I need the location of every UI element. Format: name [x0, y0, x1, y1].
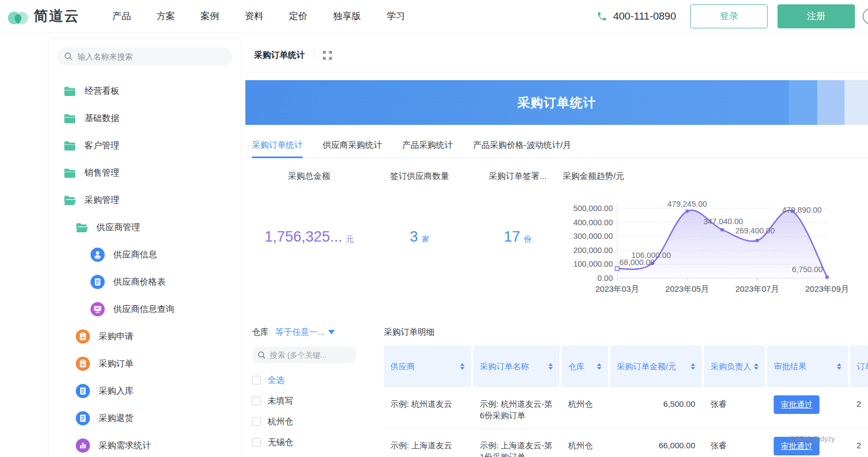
filter-operator-dropdown[interactable]: 等于任意一... [275, 326, 335, 338]
sidebar-search-input[interactable] [77, 52, 225, 61]
folder-icon [64, 114, 76, 123]
sidebar-item-8[interactable]: 供应商价格表 [49, 268, 241, 296]
sidebar-item-6[interactable]: 供应商管理 [49, 214, 241, 241]
trend-chart-block: 采购金额趋势/元 0.00100,000.00200,000.00300,000… [563, 170, 868, 301]
stat-value: 1,756,325... [264, 228, 342, 245]
sidebar-item-9[interactable]: 供应商信息查询 [49, 296, 241, 323]
checkbox[interactable] [252, 417, 261, 426]
search-icon [258, 351, 266, 359]
folder-icon [64, 87, 76, 96]
filter-option-label: 杭州仓 [268, 416, 293, 428]
filter-head: 仓库 等于任意一... [252, 326, 378, 338]
sidebar-item-10[interactable]: 采购申请 [49, 323, 241, 350]
sidebar-item-2[interactable]: 基础数据 [49, 105, 241, 132]
sidebar-item-5[interactable]: 采购管理 [49, 187, 241, 214]
checkbox[interactable] [252, 396, 261, 405]
column-header-1[interactable]: 供应商 [384, 346, 471, 387]
filter-search[interactable] [252, 346, 357, 363]
nav-menu-item-6[interactable]: 独享版 [333, 10, 361, 22]
stat-card-1: 采购总金额1,756,325...元 [252, 170, 366, 301]
approval-status-button[interactable]: 审批通过 [774, 437, 819, 455]
sort-icon[interactable] [834, 363, 841, 370]
sidebar-item-label: 销售管理 [85, 167, 119, 179]
tab-1[interactable]: 采购订单统计 [252, 139, 303, 158]
filter-option-1[interactable]: 全选 [252, 370, 378, 390]
sidebar-item-12[interactable]: 采购入库 [49, 377, 241, 405]
sidebar-item-14[interactable]: 采购需求统计 [49, 432, 241, 457]
column-header-7: 订单 [850, 346, 868, 387]
sidebar-item-label: 采购入库 [99, 386, 134, 397]
sort-icon[interactable] [688, 363, 695, 370]
banner-title: 采购订单统计 [517, 94, 596, 111]
app-tree: 经营看板基础数据客户管理销售管理采购管理供应商管理供应商信息供应商价格表供应商信… [49, 77, 241, 457]
banner: 采购订单统计 [245, 80, 868, 125]
nav-menu-item-5[interactable]: 定价 [289, 10, 308, 22]
filter-option-3[interactable]: 杭州仓 [252, 411, 378, 432]
tab-3[interactable]: 产品采购统计 [402, 139, 453, 158]
sort-icon[interactable] [457, 363, 465, 370]
phone-number: 400-111-0890 [596, 10, 676, 22]
sidebar-search[interactable] [57, 47, 232, 65]
svg-text:2023年05月: 2023年05月 [665, 284, 709, 293]
stat-label: 签订供应商数量 [366, 170, 473, 182]
logo[interactable]: 简道云 [7, 7, 80, 26]
cell-warehouse: 杭州仓 [562, 387, 608, 428]
column-header-3[interactable]: 仓库 [562, 346, 608, 387]
sidebar-item-7[interactable]: 供应商信息 [49, 241, 241, 268]
checkbox[interactable] [252, 438, 261, 447]
cell-amount: 66,000.00 [610, 429, 702, 457]
stats-row: 采购总金额1,756,325...元签订供应商数量3家采购订单签署...17份 … [245, 158, 868, 301]
trend-chart: 0.00100,000.00200,000.00300,000.00400,00… [563, 187, 868, 301]
sort-icon[interactable] [545, 363, 553, 370]
column-header-6[interactable]: 审批结果 [767, 346, 848, 387]
sidebar-item-3[interactable]: 客户管理 [49, 132, 241, 159]
stat-unit: 元 [346, 234, 354, 244]
column-header-4[interactable]: 采购订单金额/元 [610, 346, 702, 387]
cell-extra: 2 [850, 429, 868, 457]
svg-text:2023年07月: 2023年07月 [736, 284, 779, 293]
column-header-5[interactable]: 采购负责人 [704, 346, 765, 387]
table-header: 供应商采购订单名称仓库采购订单金额/元采购负责人审批结果订单 [384, 346, 868, 387]
nav-menu: 产品方案案例资料定价独享版学习 [112, 10, 405, 22]
stat-card-2: 签订供应商数量3家 [366, 170, 473, 301]
approval-status-button[interactable]: 审批通过 [774, 395, 819, 414]
login-button[interactable]: 登录 [690, 4, 768, 28]
svg-text:300,000.00: 300,000.00 [573, 232, 613, 240]
stat-card-3: 采购订单签署...17份 [473, 170, 563, 301]
svg-text:479,890.00: 479,890.00 [782, 206, 822, 214]
nav-menu-item-3[interactable]: 案例 [201, 10, 219, 22]
tab-2[interactable]: 供应商采购统计 [323, 139, 382, 158]
nav-menu-item-4[interactable]: 资料 [245, 10, 263, 22]
cell-order-name: 示例: 上海道友云-第1份采购订单 [473, 429, 559, 457]
sort-icon[interactable] [594, 363, 601, 370]
fullscreen-icon[interactable] [323, 51, 332, 60]
nav-menu-item-1[interactable]: 产品 [112, 10, 131, 22]
filter-search-input[interactable] [270, 351, 351, 359]
sidebar-item-11[interactable]: 采购订单 [49, 350, 241, 377]
sidebar-item-1[interactable]: 经营看板 [49, 77, 241, 105]
sidebar-item-4[interactable]: 销售管理 [49, 159, 241, 187]
sidebar-item-13[interactable]: 采购退货 [49, 405, 241, 432]
register-button[interactable]: 注册 [777, 4, 855, 28]
checkbox[interactable] [252, 376, 261, 384]
nav-right: 400-111-0890 登录 注册 [596, 4, 868, 28]
sort-icon[interactable] [751, 363, 758, 370]
cell-order-name: 示例: 杭州道友云-第6份采购订单 [473, 387, 559, 428]
svg-text:6,750.00: 6,750.00 [792, 265, 823, 274]
nav-menu-item-7[interactable]: 学习 [387, 10, 405, 22]
sidebar-item-label: 供应商价格表 [113, 276, 166, 288]
stat-unit: 份 [524, 234, 532, 244]
table-row-2: 示例: 上海道友云示例: 上海道友云-第1份采购订单杭州仓66,000.00张睿… [384, 429, 868, 457]
table-title: 采购订单明细 [384, 326, 868, 338]
cell-approval: 审批通过 [767, 387, 848, 428]
filter-option-4[interactable]: 无锡仓 [252, 432, 378, 453]
folder-icon [64, 141, 76, 151]
column-header-2[interactable]: 采购订单名称 [473, 346, 559, 387]
header-divider [314, 51, 314, 59]
tab-4[interactable]: 产品采购价格-波动统计/月 [473, 139, 571, 158]
filter-option-2[interactable]: 未填写 [252, 390, 378, 411]
filter-options: 全选未填写杭州仓无锡仓 [252, 370, 378, 453]
globe-icon[interactable] [863, 8, 868, 25]
nav-menu-item-2[interactable]: 方案 [156, 10, 175, 22]
svg-text:479,245.00: 479,245.00 [667, 200, 707, 208]
